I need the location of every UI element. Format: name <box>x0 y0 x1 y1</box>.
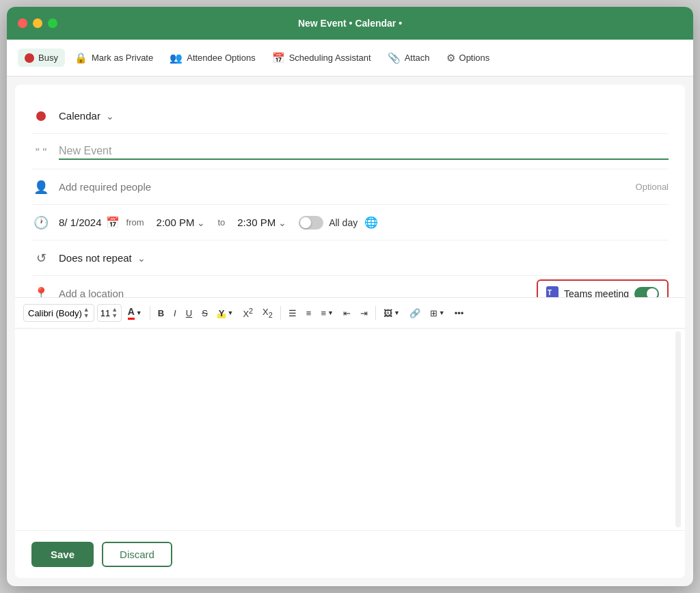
bullet-list-icon: ☰ <box>288 308 297 318</box>
subscript-button[interactable]: X2 <box>259 304 276 322</box>
to-time: 2:30 PM <box>237 217 275 228</box>
font-size-arrows: ▲▼ <box>111 307 118 319</box>
to-label: to <box>217 217 225 227</box>
insert-image-button[interactable]: 🖼 ▼ <box>380 305 403 321</box>
datetime-row-content: 8/ 1/2024 📅 from 2:00 PM ⌄ to 2:30 PM ⌄ <box>59 215 669 230</box>
indent-increase-button[interactable]: ⇥ <box>357 305 371 321</box>
main-content: Calendar ⌄ " " 👤 Optional <box>15 85 685 578</box>
insert-link-button[interactable]: 🔗 <box>406 305 424 321</box>
scheduling-icon: 📅 <box>272 52 285 64</box>
options-icon: ⚙ <box>446 52 455 64</box>
superscript-button[interactable]: X2 <box>239 304 256 322</box>
font-family-selector[interactable]: Calibri (Body) ▲▼ <box>23 304 94 322</box>
recurrence-row-content: Does not repeat ⌄ <box>59 252 669 264</box>
teams-meeting-badge[interactable]: T Teams meeting <box>537 279 669 298</box>
font-family-arrows: ▲▼ <box>83 307 90 319</box>
title-row-content <box>59 143 669 160</box>
repeat-icon: ↺ <box>31 251 51 266</box>
attendees-icon: 👥 <box>170 52 183 64</box>
scrollbar[interactable] <box>675 331 681 527</box>
all-day-toggle-wrap: All day <box>299 216 358 230</box>
table-icon: ⊞ <box>430 308 438 318</box>
indent-decrease-button[interactable]: ⇤ <box>340 305 354 321</box>
font-color-button[interactable]: A ▼ <box>124 303 146 322</box>
recurrence-chevron: ⌄ <box>137 253 146 264</box>
highlight-chevron: ▼ <box>227 309 233 316</box>
indent-decrease-icon: ⇤ <box>343 308 351 318</box>
insert-table-button[interactable]: ⊞ ▼ <box>427 305 448 321</box>
attendee-input-wrap: Optional <box>59 181 669 193</box>
scheduling-assistant-button[interactable]: 📅 Scheduling Assistant <box>265 48 378 68</box>
recurrence-value: Does not repeat <box>59 252 132 264</box>
more-icon: ••• <box>455 308 464 318</box>
date-value: 8/ 1/2024 <box>59 217 102 228</box>
highlight-icon: Y <box>217 308 226 318</box>
attach-button[interactable]: 📎 Attach <box>381 48 437 68</box>
mark-private-button[interactable]: 🔒 Mark as Private <box>68 48 160 68</box>
datetime-controls: 8/ 1/2024 📅 from 2:00 PM ⌄ to 2:30 PM ⌄ <box>59 215 378 230</box>
bold-button[interactable]: B <box>154 305 167 321</box>
align-button[interactable]: ≡ ▼ <box>317 305 337 321</box>
teams-meeting-toggle[interactable] <box>634 287 659 298</box>
datetime-row: 🕐 8/ 1/2024 📅 from 2:00 PM ⌄ to <box>31 205 669 240</box>
from-time-selector[interactable]: 2:00 PM ⌄ <box>151 215 211 230</box>
attendee-input[interactable] <box>59 181 636 193</box>
toolbar-sep-1 <box>150 306 150 320</box>
busy-label: Busy <box>38 53 58 63</box>
body-textarea[interactable] <box>31 337 669 522</box>
from-time: 2:00 PM <box>157 217 195 228</box>
underline-button[interactable]: U <box>183 305 196 321</box>
paperclip-icon: 📎 <box>388 52 401 64</box>
date-selector[interactable]: 8/ 1/2024 📅 <box>59 216 120 229</box>
image-icon: 🖼 <box>383 308 392 318</box>
timezone-icon[interactable]: 🌐 <box>364 216 378 229</box>
font-size-value: 11 <box>100 308 110 318</box>
minimize-button[interactable] <box>33 18 42 28</box>
superscript-icon: X2 <box>243 307 253 319</box>
font-family-value: Calibri (Body) <box>28 308 82 318</box>
subscript-icon: X2 <box>262 307 273 319</box>
highlight-button[interactable]: Y ▼ <box>214 305 237 321</box>
teams-icon: T <box>546 286 558 298</box>
form-area: Calendar ⌄ " " 👤 Optional <box>15 85 685 297</box>
align-chevron: ▼ <box>327 309 334 316</box>
toggle-knob <box>300 217 311 228</box>
busy-button[interactable]: Busy <box>18 49 65 67</box>
location-row-content: T Teams meeting <box>59 279 669 298</box>
person-icon: 👤 <box>31 180 51 195</box>
options-button[interactable]: ⚙ Options <box>440 48 497 68</box>
mark-private-label: Mark as Private <box>92 53 153 63</box>
more-options-button[interactable]: ••• <box>451 305 468 321</box>
location-input[interactable] <box>59 288 537 297</box>
maximize-button[interactable] <box>48 18 57 28</box>
bullet-list-button[interactable]: ☰ <box>285 305 300 321</box>
clock-icon: 🕐 <box>31 215 51 230</box>
chevron-down-icon: ⌄ <box>106 111 114 122</box>
strikethrough-button[interactable]: S <box>198 305 211 321</box>
main-toolbar: Busy 🔒 Mark as Private 👥 Attendee Option… <box>7 40 693 77</box>
teams-meeting-label: Teams meeting <box>564 288 629 298</box>
save-button[interactable]: Save <box>31 542 94 567</box>
italic-button[interactable]: I <box>170 305 180 321</box>
calendar-selector[interactable]: Calendar ⌄ <box>59 110 114 122</box>
scheduling-assistant-label: Scheduling Assistant <box>289 53 371 63</box>
discard-button[interactable]: Discard <box>102 542 172 567</box>
from-time-chevron: ⌄ <box>197 217 205 228</box>
font-size-selector[interactable]: 11 ▲▼ <box>97 304 122 322</box>
attendee-options-button[interactable]: 👥 Attendee Options <box>163 48 262 68</box>
event-title-input[interactable] <box>59 143 669 160</box>
editor-toolbar: Calibri (Body) ▲▼ 11 ▲▼ A ▼ B I U S <box>15 297 685 329</box>
quote-icon: " " <box>31 146 51 157</box>
location-row: 📍 T Teams meeting <box>31 276 669 297</box>
to-time-selector[interactable]: 2:30 PM ⌄ <box>232 215 292 230</box>
all-day-toggle[interactable] <box>299 216 323 230</box>
recurrence-selector[interactable]: Does not repeat ⌄ <box>59 252 146 264</box>
numbered-list-button[interactable]: ≡ <box>303 305 315 321</box>
title-row: " " <box>31 134 669 169</box>
table-chevron: ▼ <box>439 309 445 316</box>
underline-icon: U <box>186 308 192 318</box>
recurrence-row: ↺ Does not repeat ⌄ <box>31 240 669 276</box>
window-controls <box>18 18 57 28</box>
close-button[interactable] <box>18 18 27 28</box>
calendar-color-dot <box>36 111 46 121</box>
